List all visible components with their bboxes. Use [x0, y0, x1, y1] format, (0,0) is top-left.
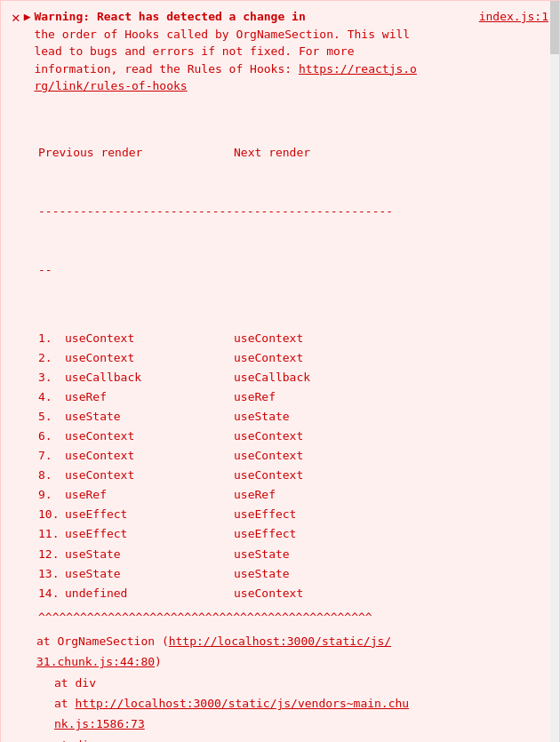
stack-line-4: at div: [19, 735, 548, 742]
error-message-line2: the order of Hooks called by OrgNameSect…: [34, 26, 548, 44]
two-dashes: --: [38, 260, 548, 280]
hooks-rows: 1.useContextuseContext 2.useContextuseCo…: [38, 329, 548, 603]
hooks-table: Previous render Next render ------------…: [38, 104, 548, 320]
error-message-line5: rg/link/rules-of-hooks: [34, 77, 548, 95]
stack-line-2: at div: [19, 673, 548, 693]
error-message-line3: lead to bugs and errors if not fixed. Fo…: [34, 43, 548, 60]
stack-line-1: at OrgNameSection (http://localhost:3000…: [19, 631, 548, 673]
org-name-section-link[interactable]: http://localhost:3000/static/js/31.chunk…: [36, 634, 391, 668]
stack-line-3: at http://localhost:3000/static/js/vendo…: [19, 693, 548, 735]
scrollbar-thumb[interactable]: [550, 1, 559, 54]
error-message-line4: information, read the Rules of Hooks: ht…: [34, 60, 548, 78]
stack-trace: at OrgNameSection (http://localhost:3000…: [12, 631, 548, 742]
next-render-header: Next render: [234, 143, 310, 163]
hooks-url-link2[interactable]: rg/link/rules-of-hooks: [34, 79, 187, 92]
triangle-icon: ▶: [24, 10, 31, 23]
file-ref[interactable]: index.js:1: [479, 8, 548, 26]
prev-render-header: Previous render: [38, 143, 234, 163]
vendors-main-link1[interactable]: http://localhost:3000/static/js/vendors~…: [54, 697, 409, 730]
table-separator: ----------------------------------------…: [38, 202, 548, 221]
error-warning-label: Warning: React has detected a change in: [34, 8, 305, 26]
error-container: ✕ ▶ Warning: React has detected a change…: [0, 0, 560, 742]
hooks-url-link[interactable]: https://reactjs.o: [299, 62, 417, 76]
carets-line: ^^^^^^^^^^^^^^^^^^^^^^^^^^^^^^^^^^^^^^^^…: [38, 610, 548, 624]
close-icon[interactable]: ✕: [12, 9, 20, 26]
scrollbar[interactable]: [550, 1, 559, 742]
